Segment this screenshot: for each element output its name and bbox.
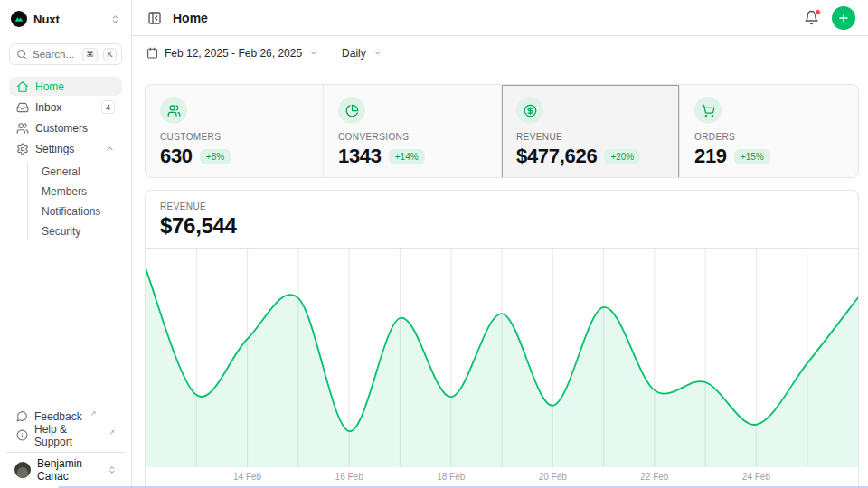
chart-header: REVENUE $76,544 bbox=[146, 191, 858, 249]
info-circle-icon bbox=[16, 429, 28, 441]
external-link-icon: ↗ bbox=[108, 428, 115, 436]
dollar-circle-icon bbox=[516, 97, 543, 124]
nuxt-logo-icon bbox=[11, 11, 27, 27]
user-name: Benjamin Canac bbox=[37, 457, 101, 483]
stat-value: 1343 bbox=[338, 145, 382, 168]
date-range-picker[interactable]: Feb 12, 2025 - Feb 26, 2025 bbox=[146, 47, 318, 60]
chevrons-up-down-icon bbox=[110, 14, 120, 24]
sidebar-item-general[interactable]: General bbox=[35, 162, 122, 181]
plus-icon bbox=[837, 12, 850, 24]
sidebar-item-customers[interactable]: Customers bbox=[9, 118, 122, 137]
home-icon bbox=[16, 80, 29, 93]
sidebar-item-inbox[interactable]: Inbox 4 bbox=[9, 98, 122, 117]
team-name: Nuxt bbox=[33, 13, 104, 26]
sidebar: Nuxt Search... ⌘ K Home bbox=[0, 0, 132, 488]
x-tick-label: 22 Feb bbox=[640, 472, 668, 482]
sidebar-item-home[interactable]: Home bbox=[9, 77, 122, 96]
external-link-icon: ↗ bbox=[90, 409, 97, 418]
sidebar-subitem-label: General bbox=[42, 165, 80, 178]
kbd-cmd: ⌘ bbox=[82, 48, 98, 61]
users-icon bbox=[160, 97, 187, 124]
calendar-icon bbox=[146, 47, 158, 59]
x-tick-label: 16 Feb bbox=[335, 472, 363, 482]
sidebar-nav: Home Inbox 4 Customers Settings bbox=[9, 77, 122, 240]
stats-grid: CUSTOMERS 630 +8% CONVERSIONS 1343 +14% bbox=[145, 84, 859, 178]
main-area: Home Feb 12, 2025 - Feb 26, 2025 bbox=[132, 0, 868, 488]
gear-icon bbox=[16, 143, 29, 155]
x-tick-label: 24 Feb bbox=[742, 472, 770, 482]
divider bbox=[5, 452, 126, 453]
settings-subnav: General Members Notifications Security bbox=[27, 162, 122, 240]
avatar bbox=[14, 462, 31, 478]
chevron-up-icon bbox=[105, 144, 115, 154]
sidebar-subitem-label: Notifications bbox=[42, 205, 100, 218]
chart-metric-label: REVENUE bbox=[160, 202, 844, 211]
sidebar-item-label: Help & Support bbox=[34, 423, 100, 448]
cart-icon bbox=[694, 97, 722, 124]
date-range-value: Feb 12, 2025 - Feb 26, 2025 bbox=[165, 47, 302, 60]
chevrons-up-down-icon bbox=[108, 465, 117, 474]
period-value: Daily bbox=[342, 47, 366, 60]
message-circle-icon bbox=[16, 410, 28, 422]
sidebar-item-label: Customers bbox=[35, 122, 88, 135]
x-tick-label: 14 Feb bbox=[233, 472, 261, 482]
chart-metric-value: $76,544 bbox=[160, 213, 844, 239]
stat-label: ORDERS bbox=[694, 132, 844, 142]
stat-label: CUSTOMERS bbox=[160, 132, 308, 142]
inbox-count-badge: 4 bbox=[101, 100, 115, 114]
search-input[interactable]: Search... ⌘ K bbox=[9, 43, 122, 65]
stat-value: $477,626 bbox=[516, 145, 597, 168]
x-tick-label: 20 Feb bbox=[539, 472, 567, 482]
stat-value: 219 bbox=[694, 145, 727, 168]
search-icon bbox=[16, 49, 27, 60]
team-switcher[interactable]: Nuxt bbox=[9, 9, 122, 29]
sidebar-item-label: Feedback bbox=[34, 410, 82, 423]
sidebar-item-label: Home bbox=[35, 80, 64, 93]
sidebar-item-members[interactable]: Members bbox=[35, 182, 122, 201]
collapse-sidebar-button[interactable] bbox=[146, 9, 164, 27]
sidebar-subitem-label: Security bbox=[42, 225, 80, 238]
sidebar-item-settings[interactable]: Settings bbox=[9, 139, 122, 158]
chart-x-axis: 14 Feb16 Feb18 Feb20 Feb22 Feb24 Feb bbox=[146, 467, 858, 488]
users-icon bbox=[16, 122, 29, 135]
dashboard-content: CUSTOMERS 630 +8% CONVERSIONS 1343 +14% bbox=[132, 70, 868, 488]
inbox-icon bbox=[16, 101, 29, 114]
stat-delta-badge: +14% bbox=[389, 149, 425, 164]
chevron-down-icon bbox=[373, 48, 382, 58]
search-placeholder: Search... bbox=[33, 49, 77, 60]
pie-chart-icon bbox=[338, 97, 365, 124]
x-tick-label: 18 Feb bbox=[437, 472, 465, 482]
period-select[interactable]: Daily bbox=[342, 47, 382, 60]
revenue-area-chart[interactable] bbox=[146, 249, 858, 467]
sidebar-item-help-support[interactable]: Help & Support ↗ bbox=[9, 426, 122, 445]
notification-dot bbox=[815, 9, 821, 15]
filters-toolbar: Feb 12, 2025 - Feb 26, 2025 Daily bbox=[132, 36, 868, 70]
sidebar-item-security[interactable]: Security bbox=[35, 221, 122, 240]
add-button[interactable] bbox=[832, 6, 855, 30]
stat-card-orders[interactable]: ORDERS 219 +15% bbox=[680, 85, 858, 178]
notifications-button[interactable] bbox=[802, 8, 821, 27]
stat-delta-badge: +15% bbox=[734, 149, 770, 164]
dashboard-app: Nuxt Search... ⌘ K Home bbox=[0, 0, 868, 488]
kbd-k: K bbox=[103, 48, 117, 61]
sidebar-subitem-label: Members bbox=[42, 185, 87, 198]
sidebar-item-label: Inbox bbox=[35, 101, 61, 114]
page-title: Home bbox=[173, 11, 208, 25]
chevron-down-icon bbox=[308, 48, 318, 58]
stat-delta-badge: +8% bbox=[200, 149, 231, 164]
stat-card-revenue[interactable]: REVENUE $477,626 +20% bbox=[502, 85, 680, 178]
sidebar-item-notifications[interactable]: Notifications bbox=[35, 202, 122, 221]
stat-label: CONVERSIONS bbox=[338, 132, 486, 142]
revenue-chart-card: REVENUE $76,544 14 Feb16 Feb18 Feb20 Feb… bbox=[145, 190, 859, 488]
stat-delta-badge: +20% bbox=[604, 149, 640, 164]
revenue-chart-svg bbox=[146, 249, 858, 467]
page-header: Home bbox=[132, 0, 868, 36]
stat-label: REVENUE bbox=[516, 132, 665, 142]
sidebar-item-label: Settings bbox=[35, 143, 74, 155]
user-menu[interactable]: Benjamin Canac bbox=[9, 459, 122, 481]
stat-value: 630 bbox=[160, 145, 193, 168]
stat-card-conversions[interactable]: CONVERSIONS 1343 +14% bbox=[324, 85, 502, 178]
stat-card-customers[interactable]: CUSTOMERS 630 +8% bbox=[146, 85, 324, 178]
